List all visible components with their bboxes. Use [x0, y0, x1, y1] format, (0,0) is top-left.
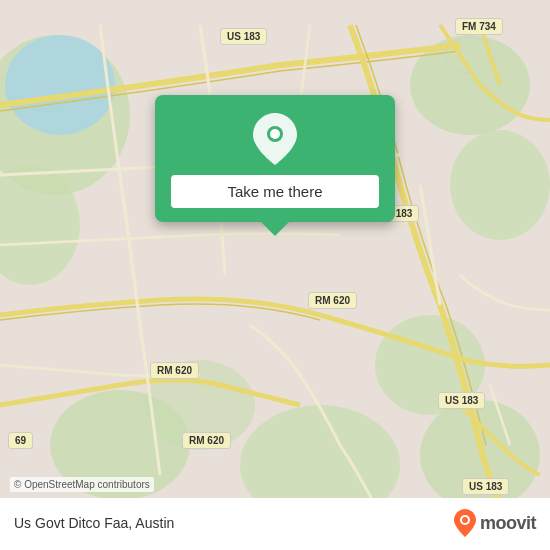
road-label-rm620-mid: RM 620 [308, 292, 357, 309]
svg-point-14 [270, 129, 280, 139]
moovit-text: moovit [480, 513, 536, 534]
map-attribution: © OpenStreetMap contributors [10, 477, 154, 492]
road-label-rm620-left: RM 620 [150, 362, 199, 379]
moovit-pin-icon [454, 509, 476, 537]
bottom-bar: Us Govt Ditco Faa, Austin moovit [0, 498, 550, 550]
location-name: Us Govt Ditco Faa, Austin [14, 515, 174, 531]
svg-point-4 [450, 130, 550, 240]
take-me-there-button[interactable]: Take me there [171, 175, 379, 208]
road-label-us183-top: US 183 [220, 28, 267, 45]
moovit-logo: moovit [454, 509, 536, 537]
map-background [0, 0, 550, 550]
road-label-fm734: FM 734 [455, 18, 503, 35]
road-label-69: 69 [8, 432, 33, 449]
road-label-us183-br: US 183 [462, 478, 509, 495]
svg-point-16 [462, 517, 468, 523]
svg-point-11 [5, 35, 115, 135]
road-label-rm620-bot: RM 620 [182, 432, 231, 449]
popup-card: Take me there [155, 95, 395, 222]
road-label-us183-bot: US 183 [438, 392, 485, 409]
map-container: US 183 FM 734 US 183 RM 620 RM 620 RM 62… [0, 0, 550, 550]
location-pin-icon [253, 113, 297, 165]
